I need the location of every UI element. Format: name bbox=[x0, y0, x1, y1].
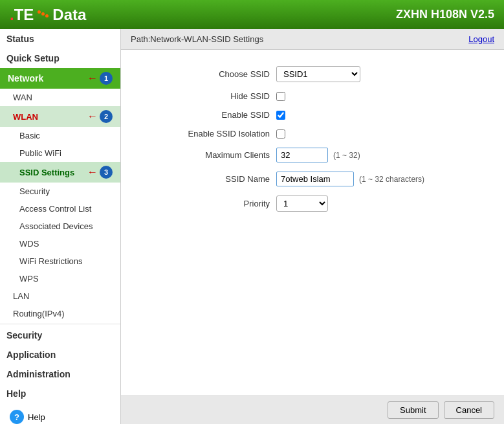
logo-data: Data bbox=[52, 6, 86, 24]
sidebar-item-application[interactable]: Application bbox=[0, 345, 120, 364]
priority-select[interactable]: 1 2 3 4 5 6 7 bbox=[276, 195, 328, 212]
ssid-name-label: SSID Name bbox=[147, 174, 276, 184]
sidebar-help-label: Help bbox=[28, 412, 45, 422]
sidebar-item-wps[interactable]: WPS bbox=[0, 270, 120, 287]
enable-ssid-label: Enable SSID bbox=[147, 110, 276, 120]
network-annotation: ← 1 bbox=[87, 72, 113, 85]
maximum-clients-hint: (1 ~ 32) bbox=[333, 151, 360, 160]
sidebar-item-routing-ipv4[interactable]: Routing(IPv4) bbox=[0, 305, 120, 322]
sidebar-item-lan[interactable]: LAN bbox=[0, 287, 120, 305]
hide-ssid-row: Hide SSID bbox=[147, 91, 478, 101]
sidebar-footer: ? Help bbox=[0, 403, 120, 424]
wlan-annotation: ← 2 bbox=[87, 110, 113, 123]
wlan-circle-2: 2 bbox=[100, 110, 113, 123]
enable-ssid-isolation-row: Enable SSID Isolation bbox=[147, 129, 478, 139]
content-footer: Submit Cancel bbox=[121, 396, 504, 424]
sidebar-item-wds[interactable]: WDS bbox=[0, 235, 120, 252]
enable-ssid-row: Enable SSID bbox=[147, 110, 478, 120]
sidebar-item-network[interactable]: Network ← 1 bbox=[0, 68, 120, 89]
choose-ssid-select[interactable]: SSID1 SSID2 SSID3 SSID4 bbox=[276, 66, 360, 82]
sidebar-item-ssid-settings[interactable]: SSID Settings ← 3 bbox=[0, 162, 120, 183]
enable-ssid-isolation-control bbox=[276, 129, 285, 139]
sidebar-item-status[interactable]: Status bbox=[0, 29, 120, 49]
choose-ssid-label: Choose SSID bbox=[147, 69, 276, 79]
content-body: Choose SSID SSID1 SSID2 SSID3 SSID4 Hide… bbox=[121, 50, 504, 396]
enable-ssid-checkbox[interactable] bbox=[276, 111, 285, 120]
priority-control: 1 2 3 4 5 6 7 bbox=[276, 195, 328, 212]
submit-button[interactable]: Submit bbox=[388, 401, 438, 419]
sidebar-nav: Status Quick Setup Network ← 1 WAN WLAN bbox=[0, 29, 120, 403]
ssid-annotation: ← 3 bbox=[87, 166, 113, 179]
sidebar-item-security-wlan[interactable]: Security bbox=[0, 183, 120, 200]
main-layout: Status Quick Setup Network ← 1 WAN WLAN bbox=[0, 29, 504, 424]
logout-link[interactable]: Logout bbox=[468, 34, 494, 44]
sidebar-item-access-control-list[interactable]: Access Control List bbox=[0, 200, 120, 218]
sidebar-item-security[interactable]: Security bbox=[0, 326, 120, 345]
sidebar-item-help[interactable]: Help bbox=[0, 384, 120, 403]
content-header: Path:Network-WLAN-SSID Settings Logout bbox=[121, 29, 504, 50]
network-circle-1: 1 bbox=[100, 72, 113, 85]
choose-ssid-row: Choose SSID SSID1 SSID2 SSID3 SSID4 bbox=[147, 66, 478, 82]
sidebar-item-wifi-restrictions[interactable]: WiFi Restrictions bbox=[0, 252, 120, 270]
ssid-name-hint: (1 ~ 32 characters) bbox=[359, 175, 424, 184]
breadcrumb: Path:Network-WLAN-SSID Settings bbox=[131, 34, 263, 44]
hide-ssid-control bbox=[276, 92, 285, 101]
enable-ssid-isolation-checkbox[interactable] bbox=[276, 129, 285, 139]
sidebar-item-wan[interactable]: WAN bbox=[0, 89, 120, 106]
ssid-name-control: (1 ~ 32 characters) bbox=[276, 172, 424, 186]
sidebar-item-administration[interactable]: Administration bbox=[0, 364, 120, 384]
enable-ssid-isolation-label: Enable SSID Isolation bbox=[147, 129, 276, 139]
choose-ssid-control: SSID1 SSID2 SSID3 SSID4 bbox=[276, 66, 360, 82]
maximum-clients-row: Maximum Clients (1 ~ 32) bbox=[147, 148, 478, 162]
cancel-button[interactable]: Cancel bbox=[444, 401, 494, 419]
priority-row: Priority 1 2 3 4 5 6 7 bbox=[147, 195, 478, 212]
maximum-clients-label: Maximum Clients bbox=[147, 150, 276, 160]
sidebar-item-public-wifi[interactable]: Public WiFi bbox=[0, 144, 120, 162]
sidebar-item-wlan[interactable]: WLAN ← 2 bbox=[0, 106, 120, 127]
sidebar-item-basic[interactable]: Basic bbox=[0, 127, 120, 144]
enable-ssid-control bbox=[276, 111, 285, 120]
hide-ssid-checkbox[interactable] bbox=[276, 92, 285, 101]
sidebar-item-quick-setup[interactable]: Quick Setup bbox=[0, 49, 120, 68]
logo: .TE Data bbox=[10, 6, 86, 24]
header: .TE Data ZXHN H108N V2.5 bbox=[0, 0, 504, 29]
ssid-arrow: ← bbox=[87, 166, 98, 178]
ssid-circle-3: 3 bbox=[100, 166, 113, 179]
wlan-arrow: ← bbox=[87, 111, 98, 122]
maximum-clients-input[interactable] bbox=[276, 148, 328, 162]
hide-ssid-label: Hide SSID bbox=[147, 91, 276, 101]
ssid-name-input[interactable] bbox=[276, 172, 354, 186]
device-title: ZXHN H108N V2.5 bbox=[396, 8, 494, 21]
sidebar: Status Quick Setup Network ← 1 WAN WLAN bbox=[0, 29, 121, 424]
content-area: Path:Network-WLAN-SSID Settings Logout C… bbox=[121, 29, 504, 424]
priority-label: Priority bbox=[147, 199, 276, 208]
help-icon: ? bbox=[10, 410, 24, 424]
maximum-clients-control: (1 ~ 32) bbox=[276, 148, 360, 162]
logo-te: .TE bbox=[10, 6, 34, 24]
sidebar-item-associated-devices[interactable]: Associated Devices bbox=[0, 218, 120, 235]
logo-dots bbox=[38, 10, 49, 19]
network-arrow: ← bbox=[87, 73, 98, 84]
ssid-name-row: SSID Name (1 ~ 32 characters) bbox=[147, 172, 478, 186]
